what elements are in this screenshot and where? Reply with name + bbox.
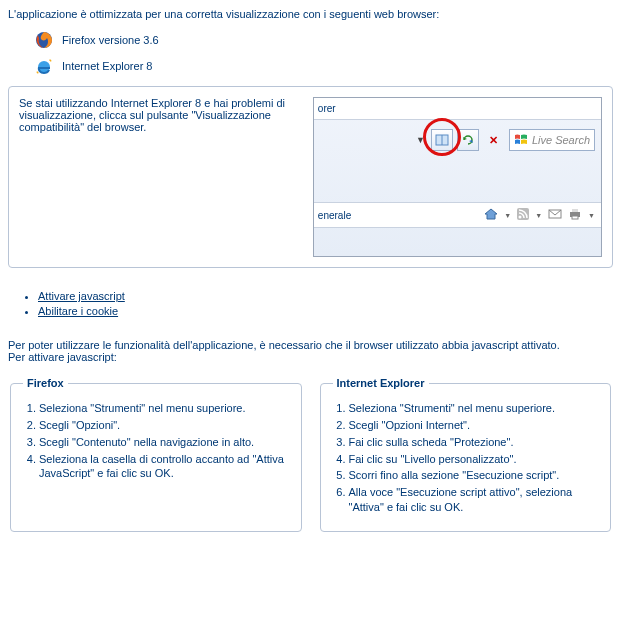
svg-point-5 [519,216,522,219]
search-box: Live Search [509,129,595,151]
list-item: Seleziona la casella di controllo accant… [39,452,289,482]
refresh-button [457,129,479,151]
ie-steps-box: Internet Explorer Seleziona "Strumenti" … [320,377,612,532]
firefox-icon [34,30,54,50]
list-item: Alla voce "Esecuzione script attivo", se… [349,485,599,515]
svg-rect-8 [572,209,578,212]
list-item: Fai clic su "Livello personalizzato". [349,452,599,467]
list-item: Scegli "Contenuto" nella navigazione in … [39,435,289,450]
ie-screenshot: orer ▼ ✕ Live Search eneral [313,97,602,257]
list-item: Seleziona "Strumenti" nel menu superiore… [349,401,599,416]
list-item: Seleziona "Strumenti" nel menu superiore… [39,401,289,416]
ie-tab-label: enerale [318,210,351,221]
ie-tabbar: enerale ▼ ▼ ▼ [314,202,601,228]
firefox-steps-title: Firefox [23,377,68,389]
firefox-steps-box: Firefox Seleziona "Strumenti" nel menu s… [10,377,302,532]
link-item: Abilitare i cookie [38,305,613,317]
list-item: Fai clic sulla scheda "Protezione". [349,435,599,450]
help-links: Attivare javascript Abilitare i cookie [38,290,613,317]
firefox-label: Firefox versione 3.6 [62,34,159,46]
rss-icon [517,208,529,222]
dropdown-arrow-icon: ▼ [414,135,427,145]
ie-title-fragment: orer [318,103,336,114]
firefox-row: Firefox versione 3.6 [34,30,613,50]
compat-view-button [431,129,453,151]
stop-button: ✕ [483,129,505,151]
print-icon [568,207,582,223]
list-item: Scegli "Opzioni Internet". [349,418,599,433]
ie-label: Internet Explorer 8 [62,60,153,72]
ie-titlebar: orer [314,98,601,120]
enable-cookies-link[interactable]: Abilitare i cookie [38,305,118,317]
activate-js-link[interactable]: Attivare javascript [38,290,125,302]
home-icon [484,207,498,223]
list-item: Scorri fino alla sezione "Esecuzione scr… [349,468,599,483]
compat-text: Se stai utilizzando Internet Explorer 8 … [19,97,299,133]
ie-toolbar: ▼ ✕ Live Search [314,126,601,154]
intro-text: L'applicazione è ottimizzata per una cor… [8,8,613,20]
js-para-1: Per poter utilizzare le funzionalità del… [8,339,613,351]
link-item: Attivare javascript [38,290,613,302]
js-section: Per poter utilizzare le funzionalità del… [8,339,613,532]
ie-steps-title: Internet Explorer [333,377,429,389]
list-item: Scegli "Opzioni". [39,418,289,433]
ie-row: Internet Explorer 8 [34,56,613,76]
windows-flag-icon [514,133,528,147]
svg-rect-9 [572,216,578,219]
search-placeholder: Live Search [532,134,590,146]
compat-box: Se stai utilizzando Internet Explorer 8 … [8,86,613,268]
mail-icon [548,208,562,222]
js-para-2: Per attivare javascript: [8,351,613,363]
ie-icon [34,56,54,76]
